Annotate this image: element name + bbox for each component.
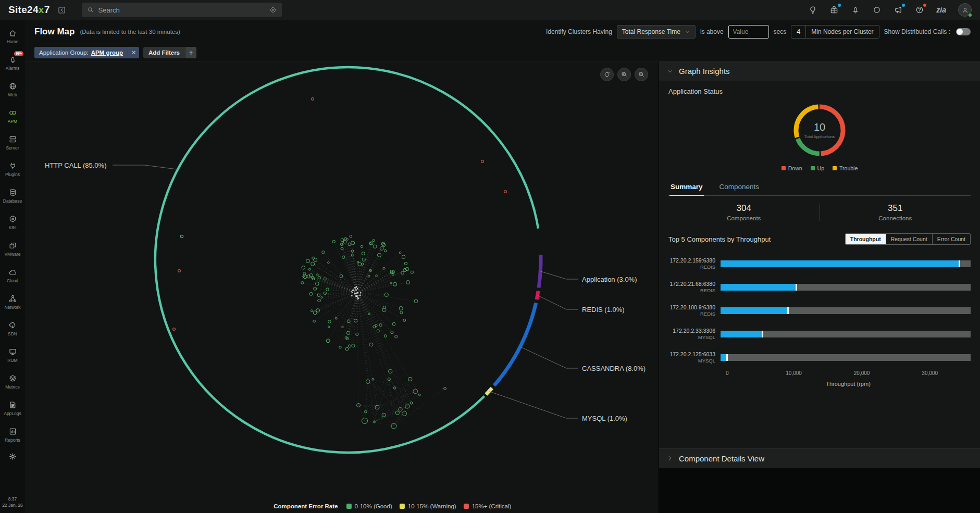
total-applications-value: 10 xyxy=(814,121,825,133)
health-icon[interactable] xyxy=(872,5,882,15)
bar-track xyxy=(721,307,971,314)
sidebar-item-cloud[interactable]: Cloud xyxy=(0,262,25,289)
flow-map-canvas[interactable]: Component Error Rate 0-10% (Good)10-15% … xyxy=(25,61,659,513)
error-node[interactable] xyxy=(312,98,314,101)
axis-tick: 10,000 xyxy=(786,370,802,376)
cluster-controls: Identify Clusters Having Total Response … xyxy=(546,25,971,39)
error-node[interactable] xyxy=(504,191,507,193)
mode-request-count[interactable]: Request Count xyxy=(886,234,932,244)
sidebar-item-metrics[interactable]: Metrics xyxy=(0,368,25,395)
sidebar-item-network[interactable]: Network xyxy=(0,289,25,315)
application-status-donut: 10 Total Applications xyxy=(791,102,848,159)
min-nodes-input[interactable]: 4 xyxy=(791,26,806,38)
bar-fill xyxy=(721,331,762,337)
help-icon[interactable] xyxy=(915,5,924,15)
identify-clusters-label: Identify Clusters Having xyxy=(546,28,612,35)
main-content: Flow Map (Data is limited to the last 30… xyxy=(25,20,980,513)
component-type: REDIS xyxy=(668,287,715,294)
graph-insights-header[interactable]: Graph Insights xyxy=(659,61,980,81)
mode-error-count[interactable]: Error Count xyxy=(932,234,970,244)
presence-dot xyxy=(969,14,972,17)
bell-icon[interactable] xyxy=(851,5,860,15)
error-rate-legend: Component Error Rate 0-10% (Good)10-15% … xyxy=(274,503,511,509)
legend-swatch xyxy=(833,166,837,170)
callout-leader-line xyxy=(540,271,578,279)
user-avatar[interactable] xyxy=(958,3,972,17)
connections-label: Connections xyxy=(820,215,971,221)
bar-row[interactable]: 172.20.2.33:3306MYSQL xyxy=(668,322,971,346)
search-bar[interactable] xyxy=(82,3,282,17)
zia-logo: zia xyxy=(936,6,946,14)
bulb-icon[interactable] xyxy=(808,5,817,15)
sidebar-item-web[interactable]: Web xyxy=(0,76,25,103)
error-node[interactable] xyxy=(178,270,181,272)
ring-callout-cassandra: CASSANDRA (8.0%) xyxy=(582,365,646,372)
web-icon xyxy=(8,82,17,91)
bar-row[interactable]: 172.20.21.68:6380REDIS xyxy=(668,276,971,299)
bar-chart-axis: 010,00020,00030,000 xyxy=(726,369,971,377)
components-count: 304 xyxy=(668,203,820,214)
ring-callout-http-call: HTTP CALL (85.0%) xyxy=(45,161,107,169)
gift-icon[interactable] xyxy=(829,5,839,15)
sidebar-item-home[interactable]: Home xyxy=(0,23,25,49)
bar-fill xyxy=(721,307,787,314)
avatar-icon[interactable] xyxy=(958,3,972,17)
callout-leader-line xyxy=(113,165,178,169)
threshold-value-input[interactable] xyxy=(728,25,769,39)
sidebar-item-label: Server xyxy=(6,145,19,151)
sidebar-item-settings[interactable] xyxy=(8,452,17,461)
tab-summary[interactable]: Summary xyxy=(669,180,704,196)
sidebar-item-server[interactable]: Server xyxy=(0,129,25,156)
zoom-out-button[interactable] xyxy=(635,68,648,81)
add-filters-button[interactable]: Add Filters xyxy=(143,47,185,58)
callout-leader-line xyxy=(538,295,578,309)
search-input[interactable] xyxy=(98,6,265,14)
legend-label: Trouble xyxy=(839,165,858,171)
application-group-value[interactable]: APM group xyxy=(91,49,123,56)
clock-time: 8:37 xyxy=(0,496,25,503)
remove-filter-button[interactable]: ✕ xyxy=(128,47,139,58)
clear-search-icon[interactable] xyxy=(269,6,277,14)
sidebar-item-vmware[interactable]: VMware xyxy=(0,235,25,262)
sidebar-item-applogs[interactable]: AppLogs xyxy=(0,395,25,421)
megaphone-icon[interactable] xyxy=(894,5,903,15)
error-legend-item: 10-15% (Warning) xyxy=(400,503,456,509)
distributed-calls-toggle[interactable] xyxy=(956,28,971,35)
bar-row[interactable]: 172.20.100.9:6380REDIS xyxy=(668,299,971,322)
error-node[interactable] xyxy=(173,328,176,331)
zoom-in-button[interactable] xyxy=(617,68,631,81)
legend-label: Down xyxy=(788,165,802,171)
sidebar-item-k8s[interactable]: K8s xyxy=(0,209,25,235)
bar-cap xyxy=(787,307,789,314)
sidebar-item-sdn[interactable]: SDN xyxy=(0,315,25,342)
sidebar-item-plugins[interactable]: Plugins xyxy=(0,156,25,182)
bar-row[interactable]: 172.20.2.159:6380REDIS xyxy=(668,252,971,276)
bar-row[interactable]: 172.20.2.125:6033MYSQL xyxy=(668,346,971,369)
component-details-header[interactable]: Component Details View xyxy=(659,448,980,468)
ring-segment-mysql[interactable] xyxy=(486,388,492,394)
refresh-button[interactable] xyxy=(600,68,614,81)
chevron-down-icon xyxy=(666,68,674,75)
axis-tick: 30,000 xyxy=(922,370,938,376)
metric-select[interactable]: Total Response Time xyxy=(617,25,696,39)
alarm-icon xyxy=(8,55,17,64)
sidebar-item-reports[interactable]: Reports xyxy=(0,421,25,448)
secs-label: secs xyxy=(774,28,787,35)
mode-throughput[interactable]: Throughput xyxy=(846,234,886,244)
cloud-icon xyxy=(8,268,17,277)
collapse-sidebar-icon[interactable] xyxy=(57,6,66,15)
top5-mode-switch: ThroughputRequest CountError Count xyxy=(845,233,971,245)
sidebar-item-apm[interactable]: APM xyxy=(0,103,25,129)
tab-components[interactable]: Components xyxy=(718,180,761,195)
zia-icon[interactable]: zia xyxy=(936,6,946,14)
sidebar-item-database[interactable]: Database xyxy=(0,182,25,209)
application-group-chip: Application Group: APM group ✕ xyxy=(34,47,139,58)
sidebar-item-alarms[interactable]: Alarms99+ xyxy=(0,49,25,76)
error-node[interactable] xyxy=(481,160,484,163)
component-network xyxy=(173,98,507,429)
add-filter-plus-button[interactable]: + xyxy=(185,47,196,58)
sidebar-item-rum[interactable]: RUM xyxy=(0,342,25,368)
apm-icon xyxy=(8,108,17,117)
graph-insights-title: Graph Insights xyxy=(679,67,730,76)
ring-segment-cassandra[interactable] xyxy=(494,303,536,386)
